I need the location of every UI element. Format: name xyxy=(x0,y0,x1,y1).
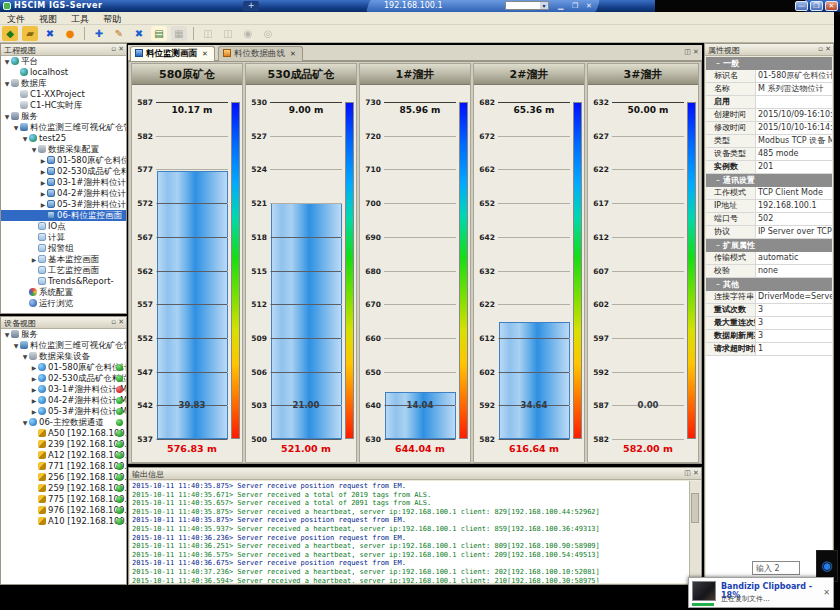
property-value[interactable]: 1 xyxy=(756,343,832,355)
close-button[interactable]: ✕ xyxy=(825,1,838,11)
log-output[interactable]: 2015-10-11 11:40:35.875> Server receive … xyxy=(130,481,689,583)
tree-expand-icon[interactable]: ▶ xyxy=(39,166,47,177)
property-row[interactable]: 数据刷新周期3 xyxy=(706,330,832,343)
connect-server-button[interactable]: ◆ xyxy=(2,26,18,41)
tree-item[interactable]: ▶01-580原矿仓料位计-Mon- xyxy=(1,362,126,373)
tree-item[interactable]: 06-料位监控画面 xyxy=(1,210,126,221)
tree-expand-icon[interactable]: ▶ xyxy=(39,177,47,188)
tree-item[interactable]: ▼料位监测三维可视化矿仓管理平台- xyxy=(1,340,126,351)
tree-expand-icon[interactable]: ▶ xyxy=(39,155,47,166)
session-combobox[interactable]: ▾ xyxy=(505,1,549,10)
tree-item[interactable]: ▼数据采集配置 xyxy=(1,144,126,155)
tree-item[interactable]: ▼test25 xyxy=(1,133,126,144)
property-value[interactable]: DriverMode=Server@19- xyxy=(756,291,832,303)
tree-item[interactable]: ▶04-2#溜井料位计-Var- xyxy=(1,188,126,199)
tree-expand-icon[interactable]: ▶ xyxy=(30,406,38,417)
property-row[interactable]: 请求超时时间1 xyxy=(706,343,832,356)
tree-collapse-icon[interactable]: ▼ xyxy=(21,351,29,362)
property-value[interactable]: automatic xyxy=(756,252,832,264)
child-minimize-button[interactable]: ▁ xyxy=(558,2,563,10)
tree-item[interactable]: ▼平台 xyxy=(1,56,126,67)
tree-item[interactable]: ▶05-3#溜井料位计-Mon- xyxy=(1,406,126,417)
property-row[interactable]: 实例数201 xyxy=(706,161,832,174)
property-value[interactable]: 485 mode xyxy=(756,148,832,160)
property-value[interactable]: 192.168.100.1 xyxy=(756,200,832,212)
alarm-bell-button[interactable]: ● xyxy=(62,26,78,41)
tab-close-icon[interactable]: ✕ xyxy=(202,50,208,58)
property-value[interactable]: none xyxy=(756,265,832,277)
property-row[interactable]: 重试次数3 xyxy=(706,304,832,317)
property-header-icons[interactable]: ▫ ✕ xyxy=(818,45,831,53)
property-row[interactable]: 类型Modbus TCP 设备 M- xyxy=(706,135,832,148)
tree-item[interactable]: ▶01-580原矿仓料位计-Var- xyxy=(1,155,126,166)
property-row[interactable]: 校验none xyxy=(706,265,832,278)
tree-collapse-icon[interactable]: ▼ xyxy=(12,340,20,351)
tree-item[interactable]: ▼服务 xyxy=(1,329,126,340)
property-section[interactable]: 通讯设置 xyxy=(706,174,832,187)
tab-close-icon[interactable]: ✕ xyxy=(290,50,296,58)
tree-item[interactable]: ▶03-1#溜井料位计-Mon- xyxy=(1,384,126,395)
property-row[interactable]: 创建时间2015/10/09-16:10:43- xyxy=(706,109,832,122)
tree-collapse-icon[interactable]: ▼ xyxy=(3,56,11,67)
property-value[interactable]: M 系列雷达物位计 xyxy=(756,83,832,95)
edit-item-button[interactable]: ✎ xyxy=(111,26,127,41)
property-row[interactable]: 启用 xyxy=(706,96,832,109)
new-session-tab-button[interactable]: + xyxy=(243,1,259,11)
tree-item[interactable]: ▼料位监测三维可视化矿仓管理平台- xyxy=(1,122,126,133)
property-row[interactable]: 名称M 系列雷达物位计 xyxy=(706,83,832,96)
tree-expand-icon[interactable]: ▶ xyxy=(30,362,38,373)
tree-item[interactable]: ▶05-3#溜井料位计-Var- xyxy=(1,199,126,210)
tree-collapse-icon[interactable]: ▼ xyxy=(21,417,29,428)
property-row[interactable]: 最大重连次数3 xyxy=(706,317,832,330)
tree-expand-icon[interactable]: ▶ xyxy=(30,395,38,406)
property-value[interactable] xyxy=(756,96,832,108)
tree-expand-icon[interactable]: ▶ xyxy=(30,373,38,384)
child-restore-button[interactable]: ❐ xyxy=(572,2,578,10)
tree-item[interactable]: 771 [192.168.100.9]- xyxy=(1,461,126,472)
tree-item[interactable]: A10 [192.168.100.2]- xyxy=(1,516,126,527)
property-section[interactable]: 一般 xyxy=(706,57,832,70)
tree-item[interactable]: 775 [192.168.100.6]- xyxy=(1,494,126,505)
property-value[interactable]: 502 xyxy=(756,213,832,225)
tree-expand-icon[interactable]: ▶ xyxy=(30,384,38,395)
tree-item[interactable]: C1-HC实时库 xyxy=(1,100,126,111)
property-value[interactable]: 3 xyxy=(756,330,832,342)
tree-item[interactable]: ▼数据库 xyxy=(1,78,126,89)
tree-item[interactable]: 239 [192.168.100.36]- xyxy=(1,439,126,450)
tree-item[interactable]: ▶04-2#溜井料位计-Mon- xyxy=(1,395,126,406)
toast-close-icon[interactable]: ✕ xyxy=(823,588,830,597)
log-header-icons[interactable]: ◫ ✕ xyxy=(684,469,699,477)
tree-item[interactable]: ▼06-主控数据通道 xyxy=(1,417,126,428)
property-value[interactable]: 3 xyxy=(756,304,832,316)
tree-item[interactable]: ▶03-1#溜井料位计-Var- xyxy=(1,177,126,188)
tree-collapse-icon[interactable]: ▼ xyxy=(3,78,11,89)
tree-item[interactable]: localhost xyxy=(1,67,126,78)
log-scrollbar[interactable] xyxy=(689,481,700,583)
tree-expand-icon[interactable]: ▶ xyxy=(30,254,38,265)
property-row[interactable]: 协议IP Server over TCP xyxy=(706,226,832,239)
toast-notification[interactable]: Bandizip Clipboard - 18% 正在复制文件... ✕ xyxy=(688,577,834,608)
property-value[interactable]: 3 xyxy=(756,317,832,329)
scrollbar-thumb[interactable] xyxy=(691,493,699,523)
chevron-down-icon[interactable]: ▾ xyxy=(540,2,548,9)
tree-item[interactable]: 256 [192.168.100.20]- xyxy=(1,472,126,483)
open-project-button[interactable]: ▰ xyxy=(22,26,38,41)
document-tab-0[interactable]: 料位监测画面✕ xyxy=(130,46,215,61)
property-row[interactable]: 设备类型485 mode xyxy=(706,148,832,161)
floating-input[interactable]: 输入 2 xyxy=(752,561,800,575)
tree-collapse-icon[interactable]: ▼ xyxy=(12,122,20,133)
tree-item[interactable]: 系统配置 xyxy=(1,287,126,298)
tree-item[interactable]: C1-XXProject xyxy=(1,89,126,100)
property-section[interactable]: 其他 xyxy=(706,278,832,291)
tree-item[interactable]: 计算 xyxy=(1,232,126,243)
tree-collapse-icon[interactable]: ▼ xyxy=(3,329,11,340)
table-view-button[interactable]: ▤ xyxy=(151,26,167,41)
property-row[interactable]: 连接字符串DriverMode=Server@19- xyxy=(706,291,832,304)
tree-item[interactable]: ▶02-530成品矿仓料位计-Var- xyxy=(1,166,126,177)
tree-item[interactable]: IO点 xyxy=(1,221,126,232)
tree-expand-icon[interactable]: ▶ xyxy=(39,199,47,210)
tree-item[interactable]: 976 [192.168.100.19]- xyxy=(1,505,126,516)
property-row[interactable]: 标识名01-580原矿仓料位计-M- xyxy=(706,70,832,83)
tree-item[interactable]: ▶基本监控画面 xyxy=(1,254,126,265)
tree-collapse-icon[interactable]: ▼ xyxy=(30,144,38,155)
